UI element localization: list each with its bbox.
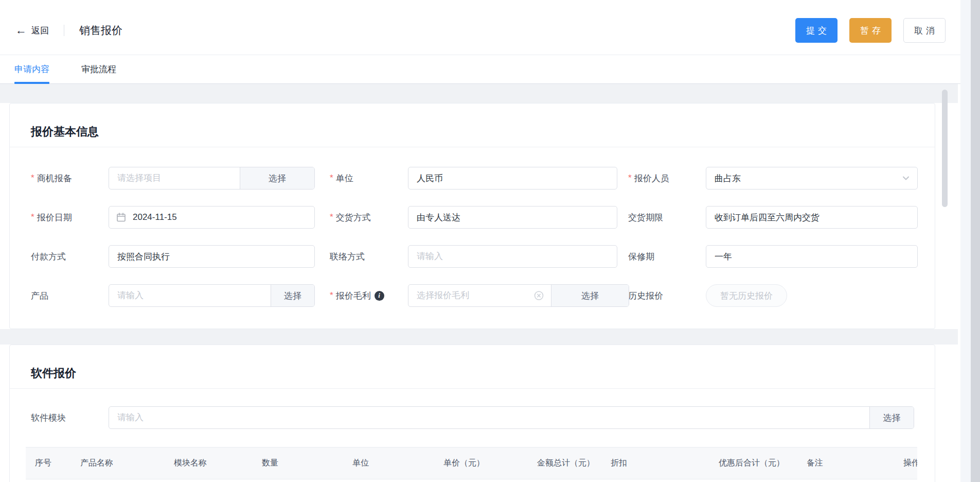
quote-margin-input[interactable] — [408, 285, 551, 306]
tab-approval-flow[interactable]: 审批流程 — [81, 55, 116, 83]
field-label-quote-margin: * 报价毛利 i — [330, 290, 408, 302]
back-button[interactable]: ← 返回 — [15, 25, 49, 37]
top-bar: ← 返回 销售报价 提交 暂存 取消 — [0, 0, 980, 55]
content-scrollbar-thumb[interactable] — [942, 90, 948, 207]
col-discounted-total: 优惠后合计（元） — [709, 447, 797, 479]
col-discount: 折扣 — [601, 447, 709, 479]
warranty-input[interactable] — [706, 245, 918, 268]
software-quote-title: 软件报价 — [31, 366, 76, 381]
field-label-quote-date: * 报价日期 — [31, 212, 109, 223]
software-quote-table: 序号 产品名称 模块名称 数量 单位 单价（元） 金额总计（元） 折扣 优惠后合… — [26, 447, 917, 482]
field-label-history-quote: 历史报价 — [628, 290, 706, 302]
payment-method-input[interactable] — [109, 245, 315, 268]
delivery-period-input[interactable] — [706, 206, 918, 229]
field-label-currency: * 单位 — [330, 173, 408, 184]
software-quote-card: 软件报价 软件模块 选择 — [9, 345, 935, 482]
history-quote-empty-pill: 暂无历史报价 — [706, 284, 787, 307]
field-label-warranty: 保修期 — [628, 251, 706, 263]
tab-application-content[interactable]: 申请内容 — [14, 55, 49, 83]
business-opportunity-input[interactable] — [109, 167, 240, 189]
page-gap — [0, 84, 958, 103]
clear-icon[interactable] — [534, 291, 544, 301]
col-quantity: 数量 — [253, 447, 343, 479]
field-label-payment-method: 付款方式 — [31, 251, 109, 263]
table-header-row: 序号 产品名称 模块名称 数量 单位 单价（元） 金额总计（元） 折扣 优惠后合… — [26, 447, 917, 479]
field-label-delivery-period: 交货期限 — [628, 212, 706, 223]
currency-input[interactable] — [408, 167, 617, 190]
window-scrollbar-thumb[interactable] — [971, 0, 980, 482]
business-opportunity-select-button[interactable]: 选择 — [240, 167, 314, 189]
save-draft-button[interactable]: 暂存 — [849, 18, 892, 43]
col-unit: 单位 — [343, 447, 434, 479]
field-label-product: 产品 — [31, 290, 109, 302]
contact-method-input[interactable] — [408, 245, 617, 268]
field-label-software-module: 软件模块 — [31, 412, 109, 424]
content-scroll-area[interactable]: 报价基本信息 * 商机报备 选择 — [0, 84, 980, 482]
chevron-down-icon[interactable] — [901, 174, 911, 183]
col-remark: 备注 — [797, 447, 894, 479]
basic-info-form: * 商机报备 选择 * 单位 — [10, 147, 935, 329]
quote-date-input[interactable] — [109, 206, 315, 229]
software-module-select-button[interactable]: 选择 — [869, 407, 914, 428]
delivery-method-input[interactable] — [408, 206, 617, 229]
page-title: 销售报价 — [79, 23, 122, 38]
basic-info-title: 报价基本信息 — [31, 124, 99, 140]
col-index: 序号 — [26, 447, 71, 479]
product-select-button[interactable]: 选择 — [271, 285, 314, 306]
field-label-contact-method: 联络方式 — [330, 251, 408, 263]
field-label-business-opportunity: * 商机报备 — [31, 173, 109, 184]
col-module-name: 模块名称 — [165, 447, 253, 479]
col-unit-price: 单价（元） — [434, 447, 528, 479]
page-gap — [0, 329, 958, 345]
tab-bar: 申请内容 审批流程 — [0, 55, 980, 84]
col-total-amount: 金额总计（元） — [528, 447, 601, 479]
calendar-icon — [116, 213, 126, 222]
info-icon[interactable]: i — [375, 291, 384, 301]
basic-info-card: 报价基本信息 * 商机报备 选择 — [9, 103, 935, 329]
software-module-input[interactable] — [109, 407, 869, 428]
back-label: 返回 — [31, 25, 49, 37]
cancel-button[interactable]: 取消 — [903, 18, 946, 43]
window-scrollbar-track[interactable] — [960, 0, 971, 482]
product-input[interactable] — [109, 285, 271, 306]
field-label-quoter: * 报价人员 — [628, 173, 706, 184]
col-product-name: 产品名称 — [71, 447, 165, 479]
quoter-select[interactable] — [706, 167, 918, 190]
quote-margin-select-button[interactable]: 选择 — [551, 285, 629, 306]
col-actions: 操作 — [894, 447, 917, 479]
title-divider — [64, 25, 64, 36]
submit-button[interactable]: 提交 — [795, 18, 838, 43]
back-arrow-icon: ← — [15, 25, 27, 36]
field-label-delivery-method: * 交货方式 — [330, 212, 408, 223]
